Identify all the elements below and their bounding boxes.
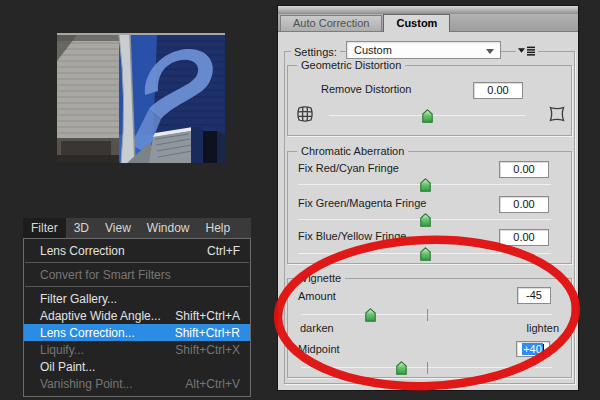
menu-item-shortcut: Ctrl+F: [207, 244, 240, 258]
fix-red-cyan-input[interactable]: 0.00: [499, 161, 549, 178]
amount-label: Amount: [298, 290, 336, 302]
flyout-menu-icon: [518, 46, 536, 56]
group-title: Geometric Distortion: [297, 59, 405, 71]
fix-green-magenta-slider[interactable]: [298, 213, 551, 227]
group-title: Chromatic Aberration: [297, 145, 408, 157]
menu-window[interactable]: Window: [139, 218, 198, 238]
remove-distortion-label: Remove Distortion: [321, 83, 411, 95]
menu-item-label: Adaptive Wide Angle...: [40, 309, 161, 323]
fix-red-cyan-slider[interactable]: [298, 178, 551, 192]
tab-auto-correction[interactable]: Auto Correction: [280, 15, 382, 31]
slider-thumb[interactable]: [396, 361, 407, 375]
filter-dropdown-menu: Lens Correction Ctrl+F Convert for Smart…: [23, 238, 251, 397]
menu-separator: [25, 262, 249, 263]
menu-item-label: Liquify...: [40, 343, 84, 357]
menu-item-shortcut: Shift+Ctrl+R: [175, 326, 240, 340]
image-preview: [57, 33, 225, 163]
slider-center-tick: [427, 362, 428, 374]
menu-item-label: Lens Correction: [40, 244, 125, 258]
tab-bar: Auto Correction Custom: [278, 14, 578, 32]
geometric-distortion-group: Geometric Distortion Remove Distortion 0…: [287, 65, 572, 136]
slider-thumb[interactable]: [365, 308, 376, 322]
menu-view[interactable]: View: [97, 218, 139, 238]
menu-item-shortcut: Shift+Ctrl+X: [175, 343, 240, 357]
menu-item-oil-paint[interactable]: Oil Paint...: [24, 358, 250, 375]
menu-item-shortcut: Alt+Ctrl+V: [185, 377, 240, 391]
menu-bar: Filter 3D View Window Help: [23, 218, 251, 238]
menu-item-lens-correction[interactable]: Lens Correction... Shift+Ctrl+R: [24, 324, 250, 341]
menu-item-filter-gallery[interactable]: Filter Gallery...: [24, 290, 250, 307]
vignette-group: Vignette Amount -45 darken lighten Midpo…: [287, 278, 572, 378]
menu-item-vanishing-point: Vanishing Point... Alt+Ctrl+V: [24, 375, 250, 392]
menu-3d[interactable]: 3D: [66, 218, 97, 238]
slider-center-tick: [427, 309, 428, 321]
settings-dropdown[interactable]: Custom: [346, 41, 501, 59]
fix-blue-yellow-label: Fix Blue/Yellow Fringe: [298, 230, 406, 242]
menu-help[interactable]: Help: [198, 218, 239, 238]
menu-separator: [25, 286, 249, 287]
menu-filter[interactable]: Filter: [23, 218, 66, 238]
garage-shutter: [57, 35, 119, 163]
menu-item-label: Vanishing Point...: [40, 377, 133, 391]
menu-item-convert-smart-filters: Convert for Smart Filters: [24, 266, 250, 283]
fix-blue-yellow-input[interactable]: 0.00: [499, 229, 549, 246]
chevron-down-icon: [486, 49, 494, 54]
menu-item-shortcut: Shift+Ctrl+A: [175, 309, 240, 323]
menu-item-label: Oil Paint...: [40, 360, 95, 374]
menu-item-adaptive-wide-angle[interactable]: Adaptive Wide Angle... Shift+Ctrl+A: [24, 307, 250, 324]
text-cursor: [543, 344, 544, 355]
photoshop-workspace: Filter 3D View Window Help Lens Correcti…: [0, 0, 600, 400]
panel-top-edge: [278, 6, 578, 14]
slider-thumb[interactable]: [422, 109, 433, 123]
menu-item-label: Lens Correction...: [40, 326, 135, 340]
chromatic-aberration-group: Chromatic Aberration Fix Red/Cyan Fringe…: [287, 151, 572, 264]
midpoint-input[interactable]: +40: [516, 341, 550, 357]
amount-input[interactable]: -45: [517, 287, 551, 304]
menu-item-lens-correction-repeat[interactable]: Lens Correction Ctrl+F: [24, 242, 250, 259]
settings-label: Settings:: [291, 46, 340, 58]
slider-thumb[interactable]: [420, 178, 431, 192]
fix-blue-yellow-slider[interactable]: [298, 247, 551, 261]
tab-custom[interactable]: Custom: [383, 14, 450, 32]
fix-red-cyan-label: Fix Red/Cyan Fringe: [298, 162, 399, 174]
menu-item-label: Convert for Smart Filters: [40, 268, 171, 282]
menu-item-label: Filter Gallery...: [40, 292, 117, 306]
remove-distortion-slider[interactable]: [329, 109, 525, 123]
barrel-distortion-icon: [296, 105, 314, 123]
lighten-label: lighten: [527, 322, 559, 334]
midpoint-selected-text: +40: [522, 343, 543, 355]
darken-label: darken: [300, 322, 334, 334]
midpoint-slider[interactable]: [301, 361, 552, 375]
group-title: Vignette: [297, 272, 345, 284]
graffiti-wall-image: [57, 35, 225, 163]
fix-green-magenta-label: Fix Green/Magenta Fringe: [298, 197, 426, 209]
remove-distortion-input[interactable]: 0.00: [473, 82, 523, 99]
slider-thumb[interactable]: [420, 247, 431, 261]
amount-slider[interactable]: [301, 308, 552, 322]
midpoint-label: Midpoint: [298, 343, 340, 355]
pincushion-distortion-icon: [548, 105, 566, 123]
panel-flyout-menu-button[interactable]: [516, 45, 538, 59]
slider-thumb[interactable]: [420, 213, 431, 227]
menu-item-liquify: Liquify... Shift+Ctrl+X: [24, 341, 250, 358]
lens-correction-panel: Auto Correction Custom Settings: Custom …: [277, 5, 579, 391]
fix-green-magenta-input[interactable]: 0.00: [499, 196, 549, 213]
settings-dropdown-value: Custom: [354, 44, 392, 56]
